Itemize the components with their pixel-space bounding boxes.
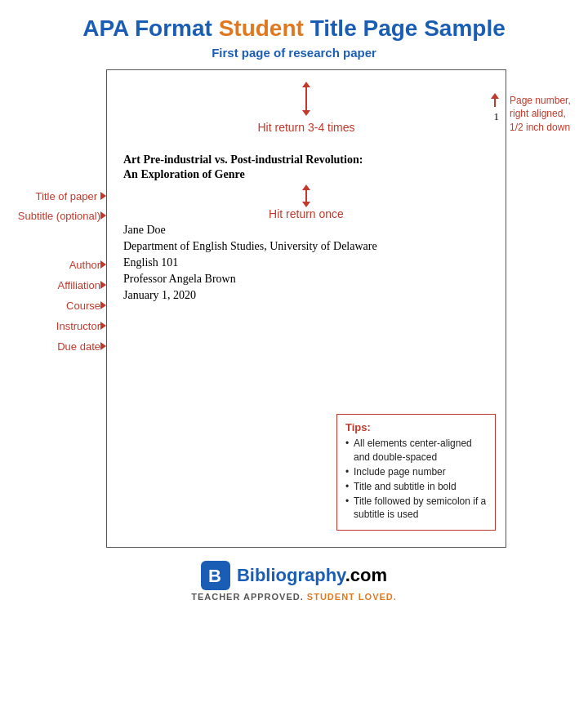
author-arrow [100,260,106,269]
once-arrow-down [302,202,310,207]
tagline-orange: STUDENT LOVED. [307,592,397,602]
affiliation-row: Department of English Studies, Universit… [123,240,489,253]
site-name-blue: Bibliography [237,565,345,585]
arrow-head-up [302,82,310,87]
page-subtitle: First page of research paper [212,46,376,60]
course-row: English 101 [123,256,489,269]
instructor-value: Professor Angela Brown [123,273,236,285]
course-arrow [100,301,106,309]
page-number-area: 1 [491,93,499,123]
hit-return-once-text: Hit return once [269,207,344,220]
once-vert-line [305,190,307,202]
page-number: 1 [491,93,499,123]
author-value: Jane Doe [123,224,166,236]
page-number-arrow-up [491,93,499,99]
author-label: Author [69,259,106,271]
left-labels: Title of paper Subtitle (optional) Autho… [8,69,106,548]
course-label: Course [66,300,106,312]
logo-icon: B [201,561,230,590]
right-labels: Page number, right aligned, 1/2 inch dow… [506,69,580,548]
affiliation-label: Affiliation [57,279,106,291]
instructor-arrow [100,322,106,330]
due-date-row: January 1, 2020 [123,289,489,302]
hit-return-area: Hit return 3-4 times [107,82,506,139]
tagline-white: TEACHER APPROVED. [191,592,307,602]
paper: 1 Hit return 3-4 times Art Pre-industria… [106,69,506,548]
paper-content: Art Pre-industrial vs. Post-industrial R… [107,145,506,322]
hit-return-once-arrows [302,184,310,207]
paper-subtitle-row: An Exploration of Genre [123,168,489,181]
title-blue2: Title Page Sample [304,16,506,41]
affiliation-value: Department of English Studies, Universit… [123,240,377,252]
paper-inner: 1 Hit return 3-4 times Art Pre-industria… [107,82,506,547]
footer: B Bibliography.com TEACHER APPROVED. STU… [191,561,397,602]
paper-subtitle-value: An Exploration of Genre [123,168,489,181]
hit-return-once-area: Hit return once [123,184,489,220]
vertical-arrows [302,82,310,116]
arrow-head-down [302,110,310,116]
author-row: Jane Doe [123,224,489,237]
right-note-line1: Page number, [510,94,571,108]
svg-text:B: B [208,566,221,586]
right-note-line2: right aligned, [510,107,571,121]
tips-title: Tips: [345,421,487,433]
footer-site-name: Bibliography.com [237,565,387,586]
subtitle-label: Subtitle (optional) [18,210,106,222]
affiliation-arrow [100,281,106,289]
tip-4: Title followed by semicolon if a subtitl… [345,495,487,521]
right-note-line3: 1/2 inch down [510,121,571,135]
title-of-paper-label: Title of paper [36,190,106,202]
tips-box: Tips: All elements center-aligned and do… [336,414,496,530]
due-date-value: January 1, 2020 [123,289,196,301]
tip-1: All elements center-aligned and double-s… [345,437,487,463]
title-orange: Student [219,16,304,41]
arrow-vert-line [494,99,496,107]
instructor-label: Instructor [56,320,106,332]
title-arrow [100,192,106,200]
once-arrow-up [302,184,310,190]
tips-list: All elements center-aligned and double-s… [345,437,487,521]
due-date-label: Due date [57,340,106,353]
right-note: Page number, right aligned, 1/2 inch dow… [510,94,571,135]
paper-title-value: Art Pre-industrial vs. Post-industrial R… [123,153,489,167]
tip-2: Include page number [345,465,487,478]
footer-tagline: TEACHER APPROVED. STUDENT LOVED. [191,592,397,602]
vert-line-center [305,87,307,110]
paper-title-row: Art Pre-industrial vs. Post-industrial R… [123,153,489,167]
site-name-rest: .com [345,565,387,585]
diagram-area: Title of paper Subtitle (optional) Autho… [8,69,580,548]
instructor-row: Professor Angela Brown [123,273,489,286]
subtitle-arrow [100,211,106,220]
title-blue1: APA Format [82,16,218,41]
tip-3: Title and subtitle in bold [345,480,487,493]
main-title: APA Format Student Title Page Sample [82,15,506,42]
due-date-arrow [100,342,106,350]
course-value: English 101 [123,256,178,269]
footer-logo-row: B Bibliography.com [201,561,387,590]
